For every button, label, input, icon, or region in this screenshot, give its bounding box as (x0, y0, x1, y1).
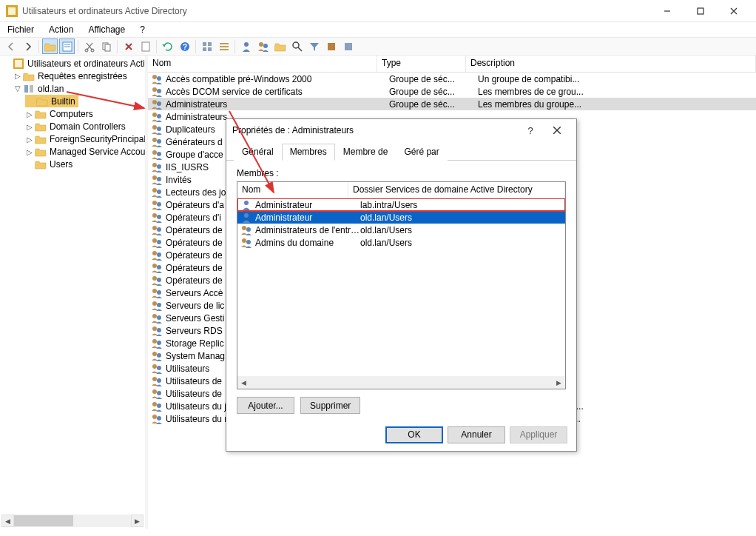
tool-new-user[interactable] (238, 38, 254, 54)
tree-item-label: Domain Controllers (50, 121, 126, 132)
tree-fsp[interactable]: ▷ ForeignSecurityPrincipals (1, 133, 145, 146)
tool-copy[interactable] (98, 38, 114, 54)
member-row[interactable]: Administrateurold.lan/Users (237, 211, 565, 224)
tab-general[interactable]: Général (234, 144, 282, 161)
menubar: Fichier Action Affichage ? (0, 22, 756, 37)
tool-cut[interactable] (81, 38, 97, 54)
expander-icon[interactable]: ▷ (25, 122, 34, 131)
close-button[interactable] (717, 0, 750, 22)
members-col-dossier[interactable]: Dossier Services de domaine Active Direc… (348, 182, 565, 198)
tool-help-icon[interactable]: ? (177, 38, 192, 54)
group-icon (151, 161, 163, 173)
scroll-right-icon[interactable]: ▶ (553, 376, 565, 389)
expander-icon[interactable]: ▽ (13, 84, 22, 93)
tool-sheet[interactable] (138, 38, 153, 54)
tree-builtin[interactable]: Builtin (25, 95, 78, 107)
tool-grid2[interactable] (216, 38, 232, 54)
tree-item-label: Users (50, 159, 72, 170)
tool-grid1[interactable] (199, 38, 215, 54)
member-name: Administrateurs de l'entre... (255, 225, 360, 235)
folder-icon (35, 108, 47, 120)
scroll-right-icon[interactable]: ▶ (131, 515, 144, 527)
cancel-button[interactable]: Annuler (448, 426, 505, 443)
tree-saved-queries[interactable]: ▷ Requêtes enregistrées (1, 70, 145, 82)
svg-rect-25 (220, 49, 229, 50)
expander-icon[interactable]: ▷ (25, 110, 34, 118)
scroll-thumb[interactable] (14, 515, 73, 526)
folder-icon (35, 158, 47, 170)
svg-rect-21 (203, 47, 206, 51)
maximize-button[interactable] (684, 0, 717, 22)
dialog-titlebar[interactable]: Propriétés de : Administrateurs ? (226, 119, 576, 141)
col-header-type[interactable]: Type (377, 56, 466, 72)
dialog-help-icon[interactable]: ? (517, 125, 544, 136)
group-icon (240, 224, 252, 236)
tree-domain-controllers[interactable]: ▷ Domain Controllers (1, 121, 145, 133)
add-button[interactable]: Ajouter... (237, 397, 294, 414)
scroll-left-icon[interactable]: ◀ (237, 376, 250, 389)
tree-horizontal-scrollbar[interactable]: ◀ ▶ (1, 515, 144, 527)
tree-item-label: Computers (50, 109, 93, 119)
expander-icon[interactable]: ▷ (25, 147, 34, 156)
tree-root[interactable]: Utilisateurs et ordinateurs Active (1, 57, 145, 70)
members-horizontal-scrollbar[interactable]: ◀ ▶ (237, 376, 565, 389)
menu-help[interactable]: ? (137, 23, 148, 36)
tree-item-label: Builtin (51, 96, 75, 107)
member-name: Administrateur (255, 212, 360, 223)
tree-item-label: old.lan (38, 84, 64, 94)
apply-button[interactable]: Appliquer (510, 426, 567, 443)
list-header: Nom Type Description (148, 56, 756, 73)
tab-membres[interactable]: Membres (282, 144, 335, 161)
svg-rect-22 (208, 47, 212, 51)
tool-find[interactable] (289, 38, 305, 54)
remove-button[interactable]: Supprimer (300, 397, 360, 414)
tool-refresh[interactable] (160, 38, 175, 54)
members-col-nom[interactable]: Nom (237, 182, 348, 198)
tool-back[interactable] (3, 38, 18, 54)
menu-fichier[interactable]: Fichier (4, 23, 37, 36)
tree-msa[interactable]: ▷ Managed Service Accour (1, 146, 145, 158)
menu-affichage[interactable]: Affichage (85, 23, 128, 36)
expander-icon[interactable]: ▷ (25, 135, 34, 144)
group-icon (151, 149, 163, 161)
menu-action[interactable]: Action (46, 23, 76, 36)
tree-computers[interactable]: ▷ Computers (1, 108, 145, 121)
members-header: Nom Dossier Services de domaine Active D… (237, 182, 565, 198)
tool-filter[interactable] (306, 38, 322, 54)
group-icon (151, 224, 163, 236)
svg-line-27 (298, 47, 302, 51)
tool-properties[interactable] (59, 38, 75, 54)
list-row[interactable]: Accès compatible pré-Windows 2000Groupe … (148, 73, 756, 85)
svg-rect-19 (203, 42, 206, 46)
tool-new-group[interactable] (255, 38, 271, 54)
member-row[interactable]: Administrateurs de l'entre...old.lan/Use… (237, 224, 565, 236)
tree-domain[interactable]: ▽ old.lan (1, 82, 145, 95)
tool-misc2[interactable] (340, 38, 356, 54)
svg-rect-15 (142, 42, 149, 51)
tree-users[interactable]: Users (1, 158, 145, 171)
tool-new-ou[interactable] (272, 38, 288, 54)
member-row[interactable]: Admins du domaineold.lan/Users (237, 236, 565, 249)
tool-forward[interactable] (20, 38, 36, 54)
tab-membre-de[interactable]: Membre de (335, 144, 396, 161)
minimize-button[interactable] (650, 0, 684, 22)
dialog-close-button[interactable] (544, 121, 570, 140)
col-header-nom[interactable]: Nom (148, 56, 377, 72)
scroll-track[interactable] (250, 376, 553, 389)
member-row[interactable]: Administrateurlab.intra/Users (237, 198, 565, 211)
tool-delete[interactable] (121, 38, 136, 54)
expander-icon[interactable] (3, 59, 12, 68)
tree-item-label: Managed Service Accour (50, 147, 148, 157)
group-icon (151, 401, 163, 412)
tool-up[interactable] (42, 38, 58, 54)
col-header-desc[interactable]: Description (466, 56, 756, 72)
tab-gere-par[interactable]: Géré par (396, 144, 447, 161)
properties-dialog: Propriétés de : Administrateurs ? Généra… (226, 118, 577, 452)
tool-misc1[interactable] (323, 38, 339, 54)
group-icon (151, 199, 163, 211)
ok-button[interactable]: OK (385, 426, 443, 443)
scroll-left-icon[interactable]: ◀ (1, 515, 14, 527)
list-row[interactable]: AdministrateursGroupe de séc...Les membr… (148, 98, 756, 110)
list-row[interactable]: Accès DCOM service de certificatsGroupe … (148, 85, 756, 98)
expander-icon[interactable]: ▷ (13, 72, 22, 81)
